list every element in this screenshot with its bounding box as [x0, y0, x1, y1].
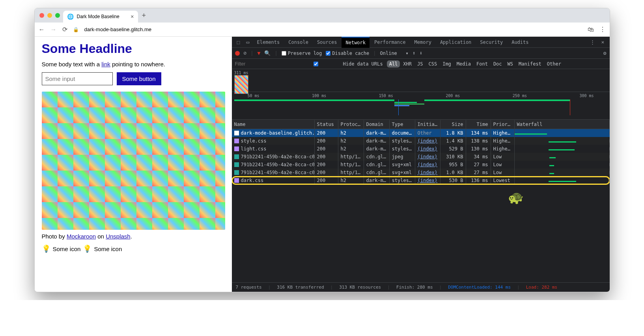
timeline[interactable]: 50 ms100 ms150 ms200 ms250 ms300 ms [232, 92, 610, 120]
col-waterfall[interactable]: Waterfall [515, 120, 610, 129]
col-time[interactable]: Time [466, 120, 491, 129]
network-row[interactable]: 791b2241-459b-4a2e-8cca-c0fdc2…200http/1… [232, 161, 610, 169]
network-row[interactable]: light.css200h2dark-mo…stylesheet(index)5… [232, 145, 610, 153]
network-row[interactable]: dark.css200h2dark-mo…stylesheet(index)53… [232, 176, 610, 184]
col-domain[interactable]: Domain [364, 120, 390, 129]
devtools-close-icon[interactable]: × [599, 39, 607, 45]
disable-cache-check[interactable]: Disable cache [326, 51, 369, 56]
status-finish: Finish: 280 ms [396, 285, 433, 290]
devtools-tab-network[interactable]: Network [342, 37, 370, 48]
author-link[interactable]: Mockaroon [67, 233, 96, 240]
record-icon[interactable] [235, 51, 240, 56]
status-resources: 313 KB resources [339, 285, 381, 290]
new-tab-button[interactable]: + [142, 11, 146, 20]
hero-image [42, 92, 225, 230]
devtools-tab-application[interactable]: Application [436, 37, 475, 47]
upload-icon[interactable]: ⬆ [413, 50, 416, 56]
icons-row: 💡 Some icon 💡 Some icon [42, 244, 225, 253]
network-grid: Name Status Protocol Domain Type Initiat… [232, 120, 610, 282]
settings-icon[interactable]: ⚙ [603, 50, 607, 56]
minimize-window-icon[interactable] [47, 13, 52, 18]
lock-icon[interactable]: 🔒 [73, 27, 79, 32]
overview-strip: 311 ms [232, 69, 610, 92]
devtools-tab-elements[interactable]: Elements [253, 37, 284, 47]
type-filter-all[interactable]: All [387, 60, 400, 68]
devtools-menu-icon[interactable]: ⋮ [588, 39, 597, 45]
close-tab-icon[interactable]: × [131, 13, 134, 20]
type-filter-font[interactable]: Font [474, 60, 490, 68]
type-filter-css[interactable]: CSS [426, 60, 439, 68]
url-text[interactable]: dark-mode-baseline.glitch.me [84, 26, 152, 32]
close-window-icon[interactable] [39, 13, 44, 18]
device-icon[interactable]: ▭ [244, 39, 252, 45]
initiator-link[interactable]: (index) [418, 154, 438, 160]
type-filter-media[interactable]: Media [454, 60, 473, 68]
body-link[interactable]: link [101, 61, 110, 68]
grid-header: Name Status Protocol Domain Type Initiat… [232, 120, 610, 129]
status-bar: 7 requests | 316 KB transferred | 313 KB… [232, 282, 610, 292]
search-icon[interactable]: 🔍 [264, 50, 271, 56]
type-filter-js[interactable]: JS [415, 60, 425, 68]
type-filter-manifest[interactable]: Manifest [516, 60, 544, 68]
inspect-icon[interactable]: ⬚ [234, 39, 243, 45]
devtools-tabs: ⬚ ▭ ElementsConsoleSourcesNetworkPerform… [232, 37, 610, 48]
file-icon [234, 178, 239, 183]
traffic-lights [38, 13, 63, 18]
type-filter-other[interactable]: Other [545, 60, 564, 68]
forward-icon[interactable]: → [50, 26, 57, 33]
reload-icon[interactable]: ⟳ [62, 26, 67, 33]
throttle-select[interactable]: Online ▾ [380, 51, 408, 56]
network-row[interactable]: 791b2241-459b-4a2e-8cca-c0fdc2…200http/1… [232, 169, 610, 176]
col-type[interactable]: Type [390, 120, 415, 129]
download-icon[interactable]: ⬇ [420, 50, 423, 56]
initiator-link[interactable]: (index) [418, 178, 438, 183]
col-name[interactable]: Name [232, 120, 315, 129]
devtools-tab-security[interactable]: Security [476, 37, 507, 47]
type-filter-doc[interactable]: Doc [491, 60, 504, 68]
file-icon [234, 139, 239, 143]
menu-icon[interactable]: ⋮ [599, 26, 606, 33]
network-filter-bar: Hide data URLs AllXHRJSCSSImgMediaFontDo… [232, 59, 610, 69]
col-priority[interactable]: Priority [491, 120, 515, 129]
initiator-link[interactable]: (index) [418, 170, 438, 175]
type-filter-ws[interactable]: WS [505, 60, 515, 68]
col-size[interactable]: Size [441, 120, 466, 129]
col-initiator[interactable]: Initiator [415, 120, 441, 129]
initiator-link[interactable]: (index) [418, 138, 438, 144]
overview-time: 311 ms [234, 71, 248, 75]
site-link[interactable]: Unsplash [106, 233, 131, 240]
some-button[interactable]: Some button [117, 72, 161, 85]
clear-icon[interactable]: ⊘ [244, 50, 247, 56]
rendered-page: Some Headline Some body text with a link… [35, 37, 232, 292]
status-load: Load: 282 ms [526, 285, 557, 290]
hide-data-urls-check[interactable]: Hide data URLs [290, 61, 383, 67]
network-row[interactable]: style.css200h2dark-mo…stylesheet(index)1… [232, 137, 610, 145]
file-icon [234, 170, 239, 175]
type-filter-xhr[interactable]: XHR [401, 60, 414, 68]
type-filters: AllXHRJSCSSImgMediaFontDocWSManifestOthe… [387, 60, 564, 68]
filter-input[interactable] [235, 61, 286, 67]
filter-icon[interactable]: ▼ [258, 50, 261, 56]
network-toolbar: ⊘ | ▼ 🔍 | Preserve log Disable cache | O… [232, 48, 610, 59]
devtools-tab-sources[interactable]: Sources [313, 37, 341, 47]
back-icon[interactable]: ← [39, 26, 45, 33]
content-row: Some Headline Some body text with a link… [35, 37, 610, 292]
devtools-tab-memory[interactable]: Memory [411, 37, 435, 47]
devtools-tab-performance[interactable]: Performance [370, 37, 409, 47]
extension-icon[interactable]: 🛍 [588, 26, 594, 33]
file-icon [234, 162, 239, 167]
browser-tab[interactable]: 🌐 Dark Mode Baseline × [63, 11, 138, 23]
initiator-link[interactable]: (index) [418, 162, 438, 167]
col-protocol[interactable]: Protocol [338, 120, 364, 129]
col-status[interactable]: Status [315, 120, 338, 129]
some-input[interactable] [42, 72, 113, 85]
file-icon [234, 146, 239, 151]
type-filter-img[interactable]: Img [440, 60, 454, 68]
devtools-tab-console[interactable]: Console [284, 37, 312, 47]
network-row[interactable]: 791b2241-459b-4a2e-8cca-c0fdc2…200http/1… [232, 153, 610, 161]
devtools-tab-audits[interactable]: Audits [508, 37, 532, 47]
network-row[interactable]: dark-mode-baseline.glitch.me200h2dark-mo… [232, 129, 610, 137]
maximize-window-icon[interactable] [55, 13, 60, 18]
preserve-log-check[interactable]: Preserve log [282, 51, 322, 56]
initiator-link[interactable]: (index) [418, 146, 438, 152]
